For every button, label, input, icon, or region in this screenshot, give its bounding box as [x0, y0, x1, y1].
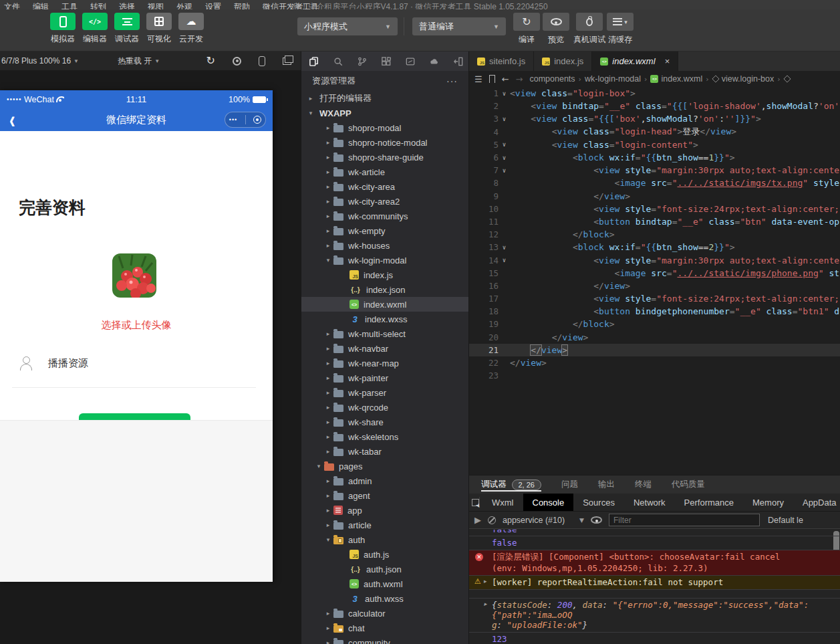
inspect-icon[interactable] — [472, 497, 480, 508]
chevron-right-icon[interactable]: ▸ — [324, 345, 332, 352]
tree-item-article[interactable]: ▸article — [301, 518, 468, 532]
chevron-right-icon[interactable]: ▸ — [324, 507, 332, 514]
chevron-right-icon[interactable]: ▸ — [324, 448, 332, 455]
more-icon[interactable]: ••• — [229, 116, 237, 123]
chevron-right-icon[interactable]: ▸ — [324, 374, 332, 381]
tree-item-wk-qrcode[interactable]: ▸wk-qrcode — [301, 400, 468, 415]
devtools-tab-Console[interactable]: Console — [523, 494, 574, 511]
fold-icon[interactable]: ∨ — [499, 154, 510, 161]
chevron-down-icon[interactable]: ▾ — [324, 536, 332, 543]
tree-item-wk-near-map[interactable]: ▸wk-near-map — [301, 356, 468, 370]
tree-item-chat[interactable]: ▸chat — [301, 621, 468, 635]
nickname-row[interactable]: 播播资源 — [19, 356, 88, 370]
files-icon[interactable] — [309, 57, 319, 66]
tree-item-auth.wxss[interactable]: 3auth.wxss — [301, 591, 468, 606]
chevron-right-icon[interactable]: ▸ — [324, 330, 332, 337]
chevron-right-icon[interactable]: ▸ — [324, 492, 332, 499]
fold-icon[interactable]: ∨ — [499, 141, 510, 148]
tree-item-shopro-share-guide[interactable]: ▸shopro-share-guide — [301, 150, 468, 165]
tree-item-wk-share[interactable]: ▸wk-share — [301, 415, 468, 429]
清缓存-button[interactable]: ▾ — [607, 13, 634, 31]
devtools-tab-Network[interactable]: Network — [624, 494, 675, 511]
avatar[interactable] — [112, 253, 156, 298]
tree-item-wk-parser[interactable]: ▸wk-parser — [301, 385, 468, 400]
chevron-right-icon[interactable]: ▸ — [324, 242, 332, 249]
tree-item-wk-houses[interactable]: ▸wk-houses — [301, 238, 468, 253]
more-actions-icon[interactable]: ··· — [446, 76, 458, 86]
tab-index.wxml[interactable]: <>index.wxml× — [592, 51, 678, 71]
tree-item-wk-empty[interactable]: ▸wk-empty — [301, 223, 468, 238]
tree-item-agent[interactable]: ▸agent — [301, 488, 468, 503]
breadcrumb-item-symbol[interactable] — [784, 76, 791, 82]
breadcrumb-item-index.wxml[interactable]: <>index.wxml — [650, 74, 702, 84]
nav-forward-icon[interactable]: → — [516, 74, 523, 84]
tree-item-wk-tabar[interactable]: ▸wk-tabar — [301, 444, 468, 459]
collapse-sidebar-icon[interactable] — [454, 57, 463, 66]
context-dropdown[interactable]: appservice (#10) ▼ — [503, 516, 584, 525]
debug-tab-调试器[interactable]: 调试器2, 26 — [481, 475, 541, 494]
tab-index.js[interactable]: JSindex.js — [534, 51, 592, 71]
chevron-right-icon[interactable]: ▸ — [324, 404, 332, 411]
chevron-right-icon[interactable]: ▸ — [324, 154, 332, 160]
breadcrumb-item-components[interactable]: components — [529, 74, 575, 84]
tree-item-wk-city-area2[interactable]: ▸wk-city-area2 — [301, 194, 468, 209]
fold-icon[interactable]: ∨ — [499, 90, 510, 97]
tree-item-wk-city-area[interactable]: ▸wk-city-area — [301, 179, 468, 194]
chevron-right-icon[interactable]: ▸ — [324, 360, 332, 366]
debug-tab-输出[interactable]: 输出 — [598, 475, 615, 494]
chevron-down-icon[interactable]: ▾ — [307, 110, 315, 116]
chevron-right-icon[interactable]: ▸ — [324, 124, 332, 131]
avatar-upload-link[interactable]: 选择或上传头像 — [0, 319, 273, 332]
fold-icon[interactable]: ∨ — [499, 116, 510, 122]
chevron-right-icon[interactable]: ▸ — [324, 625, 332, 631]
chevron-down-icon[interactable]: ▾ — [315, 463, 323, 469]
chevron-right-icon[interactable]: ▸ — [324, 477, 332, 484]
devtools-tab-Sources[interactable]: Sources — [573, 494, 624, 511]
tune-button[interactable] — [114, 13, 140, 30]
expand-icon[interactable]: ▸ — [484, 578, 487, 584]
mode-dropdown[interactable]: 小程序模式 ▼ — [297, 17, 398, 35]
tree-item-shopro-notice-modal[interactable]: ▸shopro-notice-modal — [301, 135, 468, 150]
eye-icon[interactable] — [591, 516, 602, 524]
真机调试-button[interactable] — [576, 13, 603, 31]
restart-icon[interactable]: ↻ — [206, 56, 215, 66]
debug-tab-终端[interactable]: 终端 — [635, 475, 652, 494]
chevron-right-icon[interactable]: ▸ — [324, 639, 332, 644]
tree-item-wk-login-modal[interactable]: ▾wk-login-modal — [301, 253, 468, 267]
chevron-right-icon[interactable]: ▸ — [324, 389, 332, 396]
devtools-tab-Memory[interactable]: Memory — [743, 494, 793, 511]
tree-item-admin[interactable]: ▸admin — [301, 473, 468, 488]
source-control-icon[interactable] — [358, 57, 367, 66]
clear-console-icon[interactable] — [488, 516, 496, 524]
chevron-right-icon[interactable]: ▸ — [324, 433, 332, 440]
chevron-right-icon[interactable]: ▸ — [324, 213, 332, 219]
search-icon[interactable] — [333, 57, 343, 66]
device-view-icon[interactable] — [259, 56, 265, 66]
chevron-down-icon[interactable]: ▾ — [324, 257, 332, 263]
chevron-right-icon[interactable]: ▸ — [324, 227, 332, 234]
exit-icon[interactable] — [253, 116, 261, 124]
chevron-right-icon[interactable]: ▸ — [324, 139, 332, 146]
cloud-button[interactable]: ☁ — [178, 13, 204, 30]
grid-button[interactable] — [146, 13, 172, 30]
record-icon[interactable] — [233, 57, 241, 66]
sidebar-toggle-icon[interactable]: ▶ — [474, 515, 481, 525]
chevron-right-icon[interactable]: ▸ — [324, 610, 332, 617]
tree-item-wk-skeletons[interactable]: ▸wk-skeletons — [301, 429, 468, 444]
tree-item-community[interactable]: ▸community — [301, 635, 468, 644]
expand-icon[interactable]: ▸ — [484, 601, 487, 607]
compile-dropdown[interactable]: 普通编译 ▼ — [412, 17, 506, 35]
tree-item-auth[interactable]: ▾auth — [301, 532, 468, 547]
extensions-icon[interactable] — [382, 57, 391, 66]
debug-tab-问题[interactable]: 问题 — [561, 475, 578, 494]
npm-icon[interactable] — [406, 57, 415, 66]
tree-item-index.wxss[interactable]: 3index.wxss — [301, 312, 468, 326]
tree-item-pages[interactable]: ▾pages — [301, 459, 468, 473]
tree-item-auth.json[interactable]: {..}auth.json — [301, 562, 468, 576]
chevron-right-icon[interactable]: ▸ — [324, 169, 332, 175]
tree-item-index.js[interactable]: JSindex.js — [301, 267, 468, 282]
tree-item-index.wxml[interactable]: <>index.wxml — [301, 297, 468, 312]
chevron-right-icon[interactable]: ▸ — [324, 522, 332, 528]
nav-back-icon[interactable]: ← — [502, 74, 509, 84]
tree-item-wk-navbar[interactable]: ▸wk-navbar — [301, 341, 468, 356]
